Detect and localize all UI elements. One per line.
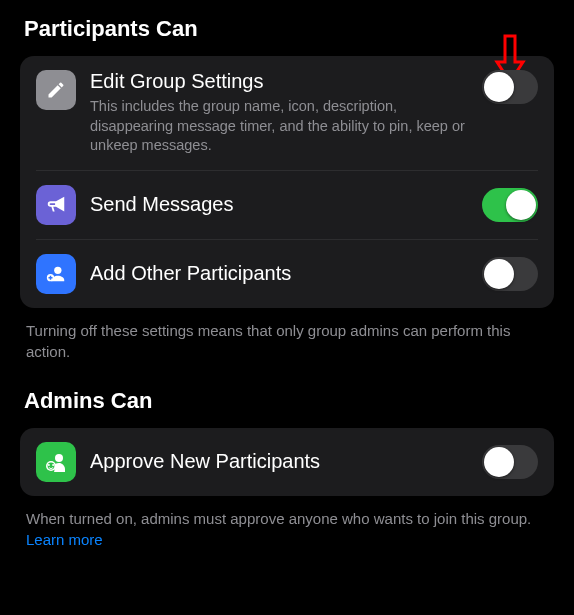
edit-group-settings-title: Edit Group Settings: [90, 70, 468, 93]
add-participants-row: Add Other Participants: [36, 239, 538, 308]
edit-group-settings-text: Edit Group Settings This includes the gr…: [90, 70, 468, 156]
edit-group-settings-row: Edit Group Settings This includes the gr…: [36, 56, 538, 170]
pencil-icon: [36, 70, 76, 110]
admins-footer: When turned on, admins must approve anyo…: [26, 508, 548, 550]
participants-section-header: Participants Can: [24, 16, 554, 42]
admins-card: Approve New Participants: [20, 428, 554, 496]
svg-point-6: [52, 464, 54, 466]
send-messages-title: Send Messages: [90, 193, 468, 216]
admins-footer-text: When turned on, admins must approve anyo…: [26, 510, 531, 527]
svg-point-5: [48, 464, 50, 466]
edit-group-settings-toggle[interactable]: [482, 70, 538, 104]
participants-card: Edit Group Settings This includes the gr…: [20, 56, 554, 308]
learn-more-link[interactable]: Learn more: [26, 531, 103, 548]
approve-participants-icon: [36, 442, 76, 482]
participants-footer: Turning off these settings means that on…: [26, 320, 548, 362]
add-participants-text: Add Other Participants: [90, 262, 468, 285]
svg-point-0: [54, 266, 61, 273]
person-add-icon: [36, 254, 76, 294]
svg-point-2: [55, 454, 63, 462]
add-participants-title: Add Other Participants: [90, 262, 468, 285]
edit-group-settings-subtitle: This includes the group name, icon, desc…: [90, 97, 468, 156]
approve-participants-toggle[interactable]: [482, 445, 538, 479]
approve-participants-title: Approve New Participants: [90, 450, 468, 473]
send-messages-text: Send Messages: [90, 193, 468, 216]
megaphone-icon: [36, 185, 76, 225]
send-messages-toggle[interactable]: [482, 188, 538, 222]
admins-section-header: Admins Can: [24, 388, 554, 414]
add-participants-toggle[interactable]: [482, 257, 538, 291]
approve-participants-row: Approve New Participants: [36, 428, 538, 496]
approve-participants-text: Approve New Participants: [90, 450, 468, 473]
send-messages-row: Send Messages: [36, 170, 538, 239]
